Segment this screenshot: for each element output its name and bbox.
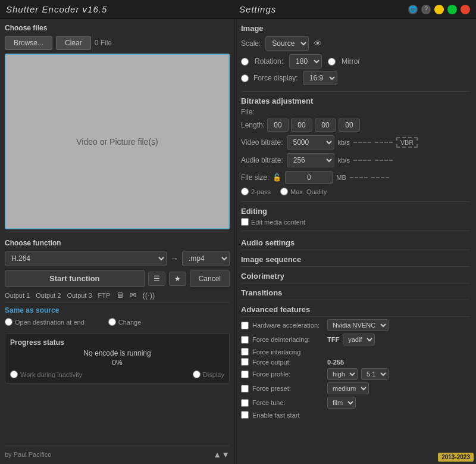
length-ss[interactable] [315,119,336,132]
scale-label: Scale: [241,39,261,48]
settings-label: Settings [239,4,276,14]
image-header: Image [241,24,470,33]
hw-accel-select[interactable]: Nvidia NVENC [327,319,389,331]
enable-fast-checkbox[interactable] [241,411,249,419]
close-button[interactable] [461,5,470,14]
mail-icon[interactable]: ✉ [130,291,136,300]
divider-2 [241,201,470,202]
dashed-line-1 [353,142,371,143]
audio-bitrate-select[interactable]: 256 [287,153,334,167]
audio-bitrate-row: Audio bitrate: 256 kb/s [241,153,470,167]
edit-media-label[interactable]: Edit media content [241,218,470,226]
max-quality-label[interactable]: Max. Quality [280,188,327,195]
file-drop-area[interactable]: Video or Picture file(s) [5,54,230,229]
function-select[interactable]: H.264 [5,251,167,266]
hw-accel-row: Hardware acceleration: Nvidia NVENC [241,319,470,331]
scale-row: Scale: Source 👁 [241,36,470,51]
eye-icon[interactable]: 👁 [314,39,322,48]
length-hh[interactable] [267,119,289,132]
work-inactivity-radio[interactable] [10,370,18,378]
progress-bottom-row: Work during inactivity Display [10,370,224,378]
footer-author: by Paul Pacifico [5,451,51,458]
output-tab-2[interactable]: Output 2 [36,292,61,299]
start-button[interactable]: Start function [5,270,145,287]
force-profile-checkbox[interactable] [241,370,249,378]
video-bitrate-unit: kb/s [338,139,350,146]
work-inactivity-label[interactable]: Work during inactivity [10,370,82,378]
output-tab-1[interactable]: Output 1 [5,292,30,299]
hw-accel-checkbox[interactable] [241,322,249,329]
force-display-row: Force display: 16:9 [241,71,470,85]
max-quality-radio[interactable] [280,188,288,195]
length-ms[interactable] [339,119,360,132]
browse-button[interactable]: Browse... [5,36,52,50]
force-profile-select2[interactable]: 5.1 [361,368,389,380]
video-bitrate-label: Video bitrate: [241,138,283,147]
editing-section: Editing Edit media content [241,207,470,226]
display-radio[interactable] [193,370,201,378]
rotation-select[interactable]: 180 [289,54,322,68]
file-size-input[interactable] [285,171,333,184]
force-deinterlace-select[interactable]: yadif [343,334,375,345]
video-bitrate-select[interactable]: 5000 [287,135,334,150]
clear-button[interactable]: Clear [56,36,91,50]
footer-arrow-icon[interactable]: ▲▼ [213,450,230,459]
scale-select[interactable]: Source [265,36,309,51]
force-display-select[interactable]: 16:9 [303,71,337,85]
force-tune-select[interactable]: film [327,397,356,409]
maximize-button[interactable] [447,5,457,14]
edit-media-checkbox[interactable] [241,218,249,226]
minimize-button[interactable] [434,5,444,14]
image-sequence-header[interactable]: Image sequence [241,253,470,267]
length-mm[interactable] [291,119,312,132]
force-tune-checkbox[interactable] [241,399,249,407]
change-radio[interactable] [108,318,116,326]
progress-title: Progress status [10,338,224,347]
ext-select[interactable]: .mp4 [182,251,230,266]
globe-icon[interactable]: 🌐 [408,5,418,14]
menu-icon-button[interactable]: ☰ [148,272,165,286]
app-title: Shutter Encoder v16.5 [6,4,107,14]
force-deinterlace-checkbox[interactable] [241,336,249,344]
cancel-button[interactable]: Cancel [190,270,230,287]
image-section: Image Scale: Source 👁 Rotation: 180 Mirr… [241,24,470,85]
footer: by Paul Pacifico ▲▼ [5,446,230,459]
force-preset-checkbox[interactable] [241,385,249,393]
transitions-header[interactable]: Transitions [241,286,470,300]
change-label[interactable]: Change [108,318,142,326]
output-tab-3[interactable]: Output 3 [67,292,92,299]
display-label[interactable]: Display [193,370,224,378]
open-destination-radio[interactable] [5,318,12,326]
rotation-row: Rotation: 180 Mirror [241,54,470,68]
lock-icon[interactable]: 🔓 [273,173,281,182]
hw-accel-label: Hardware acceleration: [252,322,324,329]
force-display-radio[interactable] [241,74,249,82]
dashed-line-6 [371,177,389,178]
output-tab-ftp[interactable]: FTP [98,292,111,299]
force-output-row: Force output: 0-255 [241,358,470,366]
help-icon[interactable]: ? [421,5,431,14]
force-tune-label: Force tune: [252,399,324,406]
colorimetry-header[interactable]: Colorimetry [241,269,470,284]
same-as-source[interactable]: Same as source [5,306,230,314]
choose-function-label: Choose function [5,239,230,247]
file-label: File: [241,108,470,116]
two-pass-radio[interactable] [241,188,249,195]
force-preset-select[interactable]: medium [327,382,369,394]
dashed-line-3 [353,160,371,161]
two-pass-label[interactable]: 2-pass [241,188,271,195]
force-output-checkbox[interactable] [241,358,249,366]
destination-row: Open destination at end Change [5,318,230,326]
advanced-header[interactable]: Advanced features [241,303,470,317]
open-destination-label[interactable]: Open destination at end [5,318,84,326]
network-icon[interactable]: 🖥 [116,291,124,300]
force-interlace-checkbox[interactable] [241,348,249,356]
audio-settings-header[interactable]: Audio settings [241,236,470,250]
choose-files-label: Choose files [5,24,230,32]
mirror-radio[interactable] [328,58,336,66]
rotation-radio[interactable] [241,58,249,66]
file-size-unit: MB [336,174,346,181]
wifi-icon[interactable]: ((·)) [142,291,155,300]
force-profile-select1[interactable]: high [327,368,358,380]
star-icon-button[interactable]: ★ [169,272,186,286]
